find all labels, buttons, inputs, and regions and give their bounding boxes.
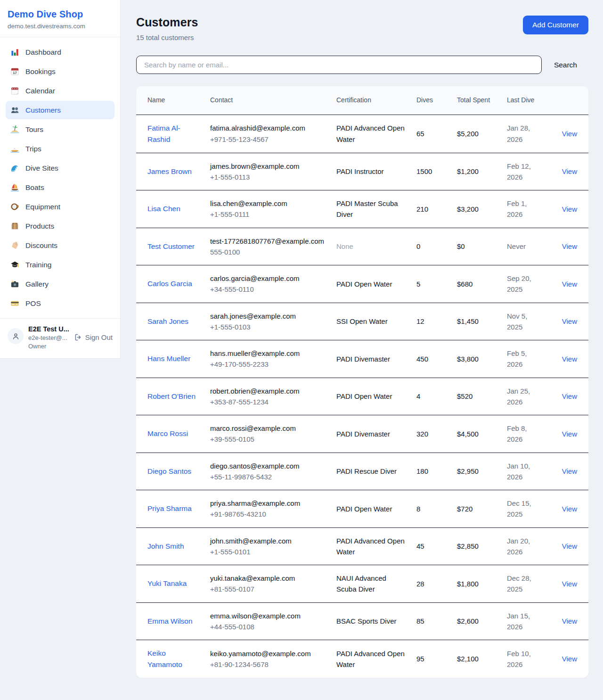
customers-table: Name Contact Certification Dives Total S… [136, 86, 588, 678]
view-link[interactable]: View [562, 167, 577, 175]
main-content: Customers 15 total customers Add Custome… [121, 0, 603, 691]
sidebar-item-pos[interactable]: POS [6, 294, 114, 313]
sidebar-item-tours[interactable]: Tours [6, 120, 114, 139]
customer-last-dive: Jan 28, 2026 [507, 124, 530, 143]
sidebar-item-discounts[interactable]: Discounts [6, 236, 114, 255]
sidebar-item-boats[interactable]: Boats [6, 178, 114, 197]
sidebar-item-products[interactable]: Products [6, 217, 114, 235]
customer-phone: +55-11-99876-5432 [210, 471, 325, 482]
customer-email: james.brown@example.com [210, 161, 325, 172]
customer-phone: +49-170-555-2233 [210, 359, 325, 370]
customer-name-link[interactable]: Marco Rossi [147, 429, 188, 437]
customer-name-link[interactable]: Yuki Tanaka [147, 579, 187, 587]
user-block: E2E Test U... e2e-tester@... Owner [28, 325, 69, 350]
customer-dives: 4 [416, 392, 420, 400]
table-row: James Brown james.brown@example.com +1-5… [136, 153, 588, 190]
customer-certification: PADI Advanced Open Water [336, 650, 405, 668]
view-link[interactable]: View [562, 392, 577, 400]
person-icon [12, 332, 20, 340]
table-row: Test Customer test-1772681807767@example… [136, 228, 588, 265]
customer-dives: 0 [416, 242, 420, 250]
sidebar-item-calendar[interactable]: Calendar [6, 82, 114, 100]
customer-last-dive: Feb 5, 2026 [507, 349, 527, 368]
trips-icon [10, 144, 19, 153]
customer-name-link[interactable]: James Brown [147, 167, 192, 175]
sidebar-item-trips[interactable]: Trips [6, 140, 114, 158]
customer-last-dive: Jan 15, 2026 [507, 612, 530, 631]
search-input[interactable] [136, 56, 542, 74]
customer-phone: +1-555-0113 [210, 172, 325, 182]
customer-name-link[interactable]: Keiko Yamamoto [147, 649, 182, 668]
table-row: Sarah Jones sarah.jones@example.com +1-5… [136, 303, 588, 340]
customer-total-spent: $720 [457, 505, 473, 513]
view-link[interactable]: View [562, 317, 577, 325]
view-link[interactable]: View [562, 467, 577, 475]
customer-email: priya.sharma@example.com [210, 498, 325, 509]
sidebar-item-bookings[interactable]: 17 Bookings [6, 62, 114, 81]
customer-name-link[interactable]: Carlos Garcia [147, 280, 192, 288]
sidebar-nav: Dashboard 17 Bookings Calendar Customers… [0, 37, 120, 318]
add-customer-button[interactable]: Add Customer [523, 16, 588, 34]
view-link[interactable]: View [562, 242, 577, 250]
customers-icon [10, 106, 19, 115]
customer-email: keiko.yamamoto@example.com [210, 648, 325, 659]
column-header-contact: Contact [204, 86, 331, 115]
view-link[interactable]: View [562, 617, 577, 625]
customer-certification: PADI Advanced Open Water [336, 537, 405, 556]
customer-name-link[interactable]: Priya Sharma [147, 504, 192, 512]
customer-name-link[interactable]: Emma Wilson [147, 617, 193, 625]
table-row: Keiko Yamamoto keiko.yamamoto@example.co… [136, 640, 588, 678]
search-button[interactable]: Search [542, 61, 588, 69]
sidebar-item-dashboard[interactable]: Dashboard [6, 43, 114, 61]
sidebar-item-label: Calendar [25, 87, 55, 95]
view-link[interactable]: View [562, 430, 577, 438]
customer-dives: 8 [416, 505, 420, 513]
view-link[interactable]: View [562, 130, 577, 138]
discounts-icon [10, 241, 19, 250]
customer-name-link[interactable]: Robert O'Brien [147, 392, 196, 400]
customer-total-spent: $2,850 [457, 542, 479, 550]
view-link[interactable]: View [562, 580, 577, 588]
customer-last-dive: Dec 15, 2025 [507, 499, 531, 518]
table-row: Lisa Chen lisa.chen@example.com +1-555-0… [136, 190, 588, 228]
view-link[interactable]: View [562, 205, 577, 213]
sign-out-button[interactable]: Sign Out [74, 333, 113, 341]
customer-dives: 210 [416, 205, 428, 213]
customer-name-link[interactable]: John Smith [147, 542, 184, 550]
user-role: Owner [28, 343, 69, 350]
view-link[interactable]: View [562, 355, 577, 363]
customer-phone: +353-87-555-1234 [210, 396, 325, 407]
sidebar-item-label: Trips [25, 145, 41, 153]
customer-phone: +44-555-0108 [210, 621, 325, 632]
customer-name-link[interactable]: Test Customer [147, 242, 195, 250]
table-row: Marco Rossi marco.rossi@example.com +39-… [136, 415, 588, 453]
sidebar-item-equipment[interactable]: Equipment [6, 198, 114, 216]
sidebar-item-training[interactable]: Training [6, 255, 114, 274]
sidebar-item-dive-sites[interactable]: Dive Sites [6, 159, 114, 177]
view-link[interactable]: View [562, 542, 577, 550]
sidebar-item-label: Discounts [25, 241, 57, 250]
sidebar-item-label: Bookings [25, 67, 56, 76]
view-link[interactable]: View [562, 280, 577, 288]
shop-domain: demo.test.divestreams.com [8, 23, 113, 30]
customer-last-dive: Feb 10, 2026 [507, 650, 531, 668]
sidebar-item-label: Boats [25, 183, 44, 192]
customer-email: emma.wilson@example.com [210, 610, 325, 621]
sidebar-item-gallery[interactable]: Gallery [6, 275, 114, 293]
customer-name-link[interactable]: Diego Santos [147, 467, 191, 475]
customer-name-link[interactable]: Hans Mueller [147, 354, 190, 362]
customer-name-link[interactable]: Sarah Jones [147, 317, 188, 325]
customer-last-dive: Jan 10, 2026 [507, 462, 530, 481]
table-row: Carlos Garcia carlos.garcia@example.com … [136, 265, 588, 303]
sidebar-item-label: Products [25, 222, 54, 231]
sidebar-item-customers[interactable]: Customers [6, 101, 114, 119]
customer-name-link[interactable]: Lisa Chen [147, 205, 180, 213]
customer-name-link[interactable]: Fatima Al-Rashid [147, 124, 180, 143]
view-link[interactable]: View [562, 505, 577, 513]
customer-phone: +1-555-0111 [210, 209, 325, 220]
customer-email: sarah.jones@example.com [210, 311, 325, 321]
sign-out-label: Sign Out [85, 333, 113, 341]
sidebar-item-label: Gallery [25, 280, 49, 288]
view-link[interactable]: View [562, 655, 577, 663]
customers-table-card: Name Contact Certification Dives Total S… [136, 86, 588, 678]
